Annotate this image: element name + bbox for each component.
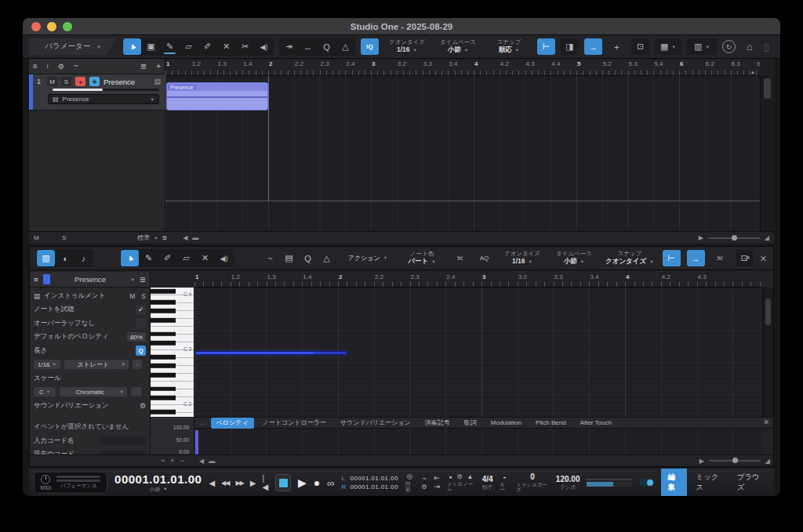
editor-layers-button[interactable]: ≍ bbox=[711, 250, 729, 266]
track-solo-button[interactable]: S bbox=[61, 77, 71, 86]
length-division-select[interactable]: 1/16▼ bbox=[34, 360, 60, 369]
track-volume-slider[interactable] bbox=[53, 89, 159, 91]
midi-note[interactable] bbox=[195, 351, 347, 355]
piano-view-button[interactable]: ▥ bbox=[37, 250, 55, 266]
sync-control[interactable]: ◎ 同期 bbox=[405, 473, 415, 492]
track-record-arm-button[interactable]: ● bbox=[75, 77, 85, 86]
note-grid[interactable] bbox=[194, 288, 762, 417]
lane-tab[interactable]: Pitch Bend bbox=[530, 418, 572, 428]
scrollbar-handle[interactable] bbox=[764, 78, 771, 99]
resize-corner-icon[interactable]: ◢ bbox=[765, 234, 769, 241]
auto-quantize-button[interactable]: AQ bbox=[475, 250, 493, 266]
editor-track-name[interactable]: Presence bbox=[55, 275, 126, 284]
stop-button[interactable] bbox=[275, 474, 291, 491]
lane-tab[interactable]: ノートコントローラー bbox=[257, 418, 332, 429]
editor-metronome-button[interactable]: △ bbox=[318, 250, 336, 266]
track-monitor-button[interactable]: ◉ bbox=[89, 77, 100, 86]
track-layout-button[interactable]: ◨ bbox=[561, 38, 579, 55]
editor-autoscroll-button[interactable]: → bbox=[687, 250, 705, 266]
editor-snap-select[interactable]: スナップ クオンタイズ▼ bbox=[605, 251, 654, 265]
timebase-select[interactable]: タイムベース 小節▼ bbox=[438, 39, 478, 53]
scrollbar-handle[interactable] bbox=[765, 299, 771, 325]
time-display[interactable]: 00001.01.01.00 小節▼ bbox=[114, 473, 202, 492]
velocity-bar[interactable] bbox=[195, 430, 198, 456]
notes-button[interactable]: ▯ bbox=[764, 41, 769, 52]
editor-snap-toggle-button[interactable]: ⊢ bbox=[663, 250, 681, 266]
instrument-keyboard-icon[interactable]: ▤ bbox=[154, 78, 161, 85]
drum-view-button[interactable]: ◖ bbox=[56, 250, 74, 266]
page-button[interactable]: 編集 bbox=[661, 469, 688, 497]
scale-type-select[interactable]: Chromatic▼ bbox=[60, 387, 127, 396]
return-to-zero-button[interactable]: |◀ bbox=[262, 474, 268, 491]
input-chord-field[interactable] bbox=[100, 436, 146, 445]
track-size-dropdown[interactable]: 標準 ▼ ≣ bbox=[137, 233, 167, 242]
curve-button[interactable]: ~ bbox=[261, 250, 279, 266]
loop-button[interactable]: ∞ bbox=[327, 477, 334, 489]
inspector-icon[interactable]: i bbox=[47, 63, 49, 70]
score-view-button[interactable]: ♪ bbox=[74, 250, 93, 266]
zoom-slider[interactable] bbox=[708, 237, 760, 239]
minimize-window-button[interactable] bbox=[47, 22, 56, 31]
lane-tab[interactable]: Modulation bbox=[485, 418, 527, 428]
track-name[interactable]: Presence bbox=[104, 78, 150, 86]
transpose-control[interactable]: 0 トランスポーズ bbox=[516, 473, 549, 493]
close-lane-icon[interactable]: ✕ bbox=[763, 418, 769, 426]
marker-controls[interactable]: ⇤ ⇥ bbox=[434, 475, 441, 490]
remove-lane-icon[interactable]: − bbox=[180, 457, 184, 465]
inspector-mute-button[interactable]: M bbox=[129, 292, 135, 300]
track-mute-button[interactable]: M bbox=[47, 77, 57, 86]
close-editor-icon[interactable]: ✕ bbox=[760, 254, 767, 264]
metronome-control[interactable]: ● ⚙ ▲ メトロノーム bbox=[447, 474, 475, 492]
track-tools-icon[interactable]: ⚙ bbox=[58, 63, 64, 71]
global-mute-button[interactable]: M bbox=[34, 234, 57, 241]
snap-toggle-button[interactable]: ⊢ bbox=[537, 38, 555, 55]
arrange-vertical-scrollbar[interactable] bbox=[760, 76, 774, 231]
rewind-button[interactable]: ◀◀ bbox=[221, 480, 229, 487]
focus-button[interactable]: ⊡ bbox=[631, 38, 649, 55]
page-button[interactable]: ブラウズ bbox=[730, 469, 769, 497]
editor-paint-tool-button[interactable]: ✐ bbox=[158, 250, 176, 266]
length-feel-select[interactable]: ストレート▼ bbox=[64, 360, 129, 369]
arrange-timeline-ruler[interactable]: 11.21.31.422.22.32.433.23.33.444.24.34.4… bbox=[165, 59, 760, 76]
track-list-options-icon[interactable]: ≣ bbox=[140, 62, 147, 71]
quantize-button[interactable]: Q bbox=[318, 38, 336, 55]
snap-select[interactable]: スナップ 順応▼ bbox=[489, 39, 529, 53]
next-bar-button[interactable]: ▶ bbox=[250, 479, 256, 487]
monitor-toggle[interactable] bbox=[639, 479, 654, 487]
editor-track-menu-icon[interactable]: ≡ bbox=[34, 275, 38, 284]
scroll-left-icon[interactable]: ◀ bbox=[199, 458, 204, 465]
velocity-lane[interactable] bbox=[194, 429, 762, 456]
resize-corner-icon[interactable]: ◢ bbox=[765, 458, 770, 465]
scroll-handle-icon[interactable]: ▬ bbox=[192, 234, 198, 241]
track-list-menu-icon[interactable]: ≡ bbox=[33, 62, 38, 71]
arrange-grid[interactable]: Presence bbox=[165, 76, 760, 231]
editor-timebase-select[interactable]: タイムベース 小節▼ bbox=[554, 251, 594, 265]
maximize-window-button[interactable] bbox=[63, 22, 72, 31]
lane-tab[interactable]: ベロシティ bbox=[211, 418, 254, 429]
editor-vertical-scrollbar[interactable] bbox=[762, 288, 773, 417]
scale-root-select[interactable]: C▼ bbox=[34, 387, 56, 396]
length-dot-button[interactable]: · bbox=[133, 360, 142, 369]
metronome-setup-button[interactable]: △ bbox=[336, 38, 354, 55]
play-button[interactable]: ▶ bbox=[298, 476, 307, 489]
page-button[interactable]: ミックス bbox=[689, 469, 728, 497]
paint-tool-button[interactable]: ✐ bbox=[198, 38, 216, 55]
action-dropdown[interactable]: アクション▼ bbox=[345, 255, 391, 262]
piano-keyboard[interactable]: C 4 C 3 C 2 bbox=[151, 288, 194, 417]
time-signature-control[interactable]: 4/4 拍子 bbox=[482, 476, 493, 490]
zoom-slider-handle[interactable] bbox=[732, 458, 738, 463]
lane-tab[interactable]: 演奏記号 bbox=[420, 418, 456, 429]
zoom-slider[interactable] bbox=[709, 460, 761, 461]
curve-tool-icon[interactable]: ~ bbox=[161, 457, 165, 465]
tempo-control[interactable]: 120.00 テンポ bbox=[556, 476, 580, 490]
automation-icon[interactable]: ~ bbox=[74, 62, 78, 71]
lane-tab[interactable]: ... bbox=[198, 418, 208, 428]
arrow-tool-button[interactable]: ► bbox=[123, 38, 141, 55]
wrench-icon[interactable]: ⚙ bbox=[140, 402, 146, 410]
keyboard-display-button[interactable]: ▤ bbox=[280, 250, 298, 266]
default-velocity-value[interactable]: 80% bbox=[127, 332, 146, 342]
global-solo-button[interactable]: S bbox=[62, 234, 85, 241]
lane-tab[interactable]: After Touch bbox=[575, 418, 617, 428]
zoom-out-icon[interactable]: ▶ bbox=[699, 458, 704, 465]
precount-control[interactable]: ~ ⚙ bbox=[421, 476, 427, 490]
